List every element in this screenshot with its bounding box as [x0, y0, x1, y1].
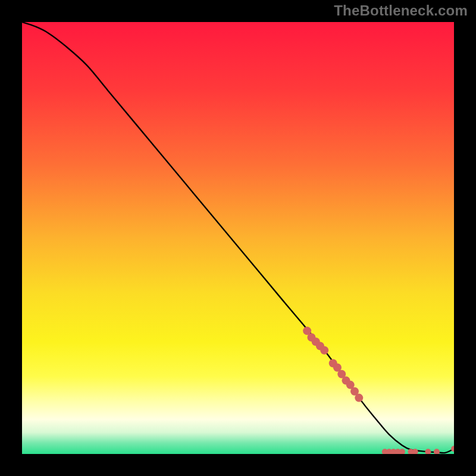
plot-svg	[22, 22, 454, 454]
marker-point	[355, 394, 363, 402]
gradient-background	[22, 22, 454, 454]
watermark-text: TheBottleneck.com	[334, 2, 468, 19]
marker-point	[320, 346, 328, 355]
plot-area	[22, 22, 454, 454]
chart-frame: TheBottleneck.com	[0, 0, 476, 476]
